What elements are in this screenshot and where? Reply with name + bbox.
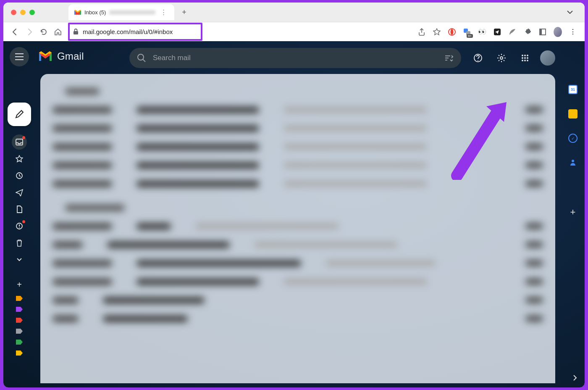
label-item[interactable] [12,338,27,346]
browser-chrome: Inbox (5) ⋮ + mail.google.com/mail/u/0/#… [3,3,585,41]
svg-point-18 [522,60,523,61]
main-menu-button[interactable] [10,47,29,66]
mail-list-pane [40,74,555,383]
browser-tab[interactable]: Inbox (5) ⋮ [68,4,174,20]
hamburger-icon [15,53,24,60]
calendar-app-icon[interactable] [568,85,578,94]
reload-button[interactable] [39,28,48,36]
svg-point-10 [478,60,478,61]
mail-list-blurred [40,74,555,340]
gmail-header [129,48,555,68]
tabs-overflow-icon[interactable] [567,11,573,14]
svg-point-14 [527,55,528,56]
svg-point-15 [522,57,523,59]
support-icon[interactable] [470,50,486,66]
spam-nav-icon[interactable] [12,219,27,234]
snoozed-nav-icon[interactable] [12,168,27,183]
url-text: mail.google.com/mail/u/0/#inbox [83,28,173,35]
svg-point-25 [572,160,574,162]
tasks-app-icon[interactable] [568,134,578,143]
create-label-button[interactable]: + [17,280,22,290]
svg-point-2 [451,29,454,35]
label-item[interactable] [12,316,27,324]
opera-ext-icon[interactable] [448,28,456,36]
search-options-icon[interactable] [444,53,454,63]
tab-title-redacted [109,10,155,15]
keep-app-icon[interactable] [568,109,578,119]
svg-point-11 [500,57,503,59]
svg-point-16 [524,57,526,59]
svg-point-12 [522,55,523,56]
drafts-nav-icon[interactable] [12,202,27,217]
search-mail-box[interactable] [129,48,461,68]
gmail-favicon [74,9,81,16]
label-item[interactable] [12,295,27,302]
add-app-button[interactable]: + [570,207,576,218]
gmail-logo-icon [38,50,53,62]
apps-grid-icon[interactable] [517,50,533,66]
unread-dot [22,220,25,223]
search-icon [137,53,146,63]
gmail-brand[interactable]: Gmail [38,50,84,62]
sidepanel-icon[interactable] [538,28,547,36]
contacts-app-icon[interactable] [569,158,577,166]
compose-button[interactable] [8,103,31,126]
minimize-window-button[interactable] [20,10,26,15]
svg-rect-0 [74,31,78,34]
tab-bar: Inbox (5) ⋮ + [3,3,585,22]
extensions-puzzle-icon[interactable] [523,28,532,36]
svg-point-13 [524,55,526,56]
forward-button[interactable] [25,28,34,36]
svg-rect-7 [540,29,542,35]
account-avatar[interactable] [540,50,555,66]
eyes-ext-icon[interactable]: 👀 [478,28,486,36]
svg-point-19 [524,60,526,61]
browser-menu-icon[interactable]: ⋮ [569,28,577,36]
share-icon[interactable] [417,28,426,36]
sent-nav-icon[interactable] [12,185,27,200]
trash-nav-icon[interactable] [12,235,27,250]
unread-dot [22,136,25,139]
translate-ext-icon[interactable]: 9+ [463,28,471,36]
window-controls [11,10,35,15]
telegram-ext-icon[interactable] [493,28,501,36]
settings-icon[interactable] [493,50,510,66]
svg-point-24 [19,227,20,228]
home-button[interactable] [54,28,62,36]
left-navigation-rail: + [3,41,35,387]
inbox-nav-icon[interactable] [12,134,27,150]
tab-title: Inbox (5) [84,9,106,16]
maximize-window-button[interactable] [29,10,35,15]
pencil-icon [15,110,24,119]
back-button[interactable] [11,28,19,36]
expand-nav-icon[interactable] [12,252,27,267]
starred-nav-icon[interactable] [12,151,27,166]
extensions-area: 9+ 👀 ⋮ [417,28,577,36]
hide-sidepanel-icon[interactable] [573,375,577,381]
profile-avatar[interactable] [554,28,562,36]
svg-point-17 [527,57,528,59]
label-item[interactable] [12,349,27,357]
browser-window: Inbox (5) ⋮ + mail.google.com/mail/u/0/#… [3,3,585,387]
svg-point-8 [138,54,144,60]
label-item[interactable] [12,306,27,313]
close-window-button[interactable] [11,10,16,15]
quill-ext-icon[interactable] [508,28,517,36]
search-input[interactable] [153,54,438,62]
gmail-app: Gmail [3,41,585,387]
new-tab-button[interactable]: + [182,8,186,17]
side-panel: + [561,41,585,387]
bookmark-star-icon[interactable] [433,28,441,36]
header-actions [470,50,555,66]
svg-point-20 [527,60,528,61]
tab-menu-icon[interactable]: ⋮ [159,8,168,16]
label-item[interactable] [12,327,27,335]
gmail-wordmark: Gmail [57,50,84,62]
address-bar: mail.google.com/mail/u/0/#inbox 9+ 👀 ⋮ [3,22,585,41]
lock-icon [73,29,79,35]
url-field[interactable]: mail.google.com/mail/u/0/#inbox [68,26,412,37]
